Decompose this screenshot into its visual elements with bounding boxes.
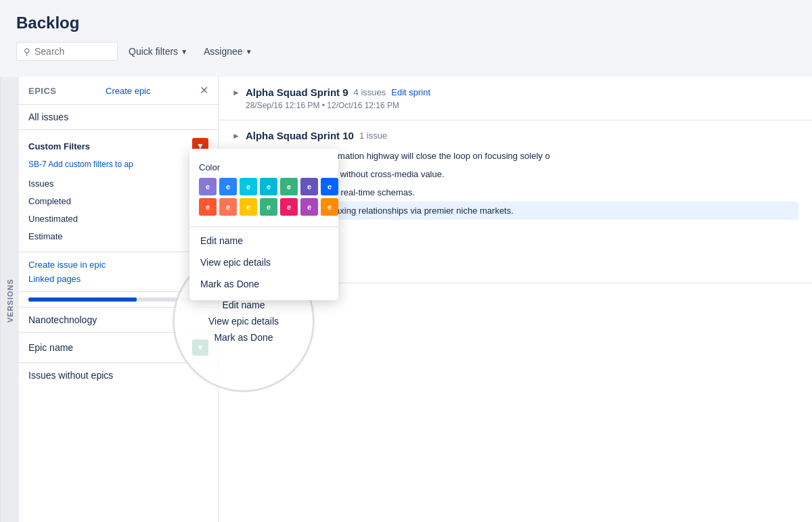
page-wrapper: Backlog ⚲ Quick filters ▼ Assignee ▼ VER… <box>0 0 812 522</box>
sprint-section-9: ► Alpha Squad Sprint 9 4 issues Edit spr… <box>219 77 812 120</box>
filter-stats: Issues 2 Completed 1 Unestimated 0 Estim… <box>28 176 208 243</box>
epic-name-section: Epic name ▼ <box>19 333 218 363</box>
menu-divider-1 <box>189 227 338 227</box>
color-swatch[interactable]: e <box>219 178 237 195</box>
sprint-header-9: ► Alpha Squad Sprint 9 4 issues Edit spr… <box>232 87 798 98</box>
sprint-10-count: 1 issue <box>359 130 387 141</box>
create-epic-link[interactable]: Create epic <box>106 86 150 96</box>
nanotechnology-item[interactable]: Nanotechnology <box>19 308 218 333</box>
sprint-9-edit-link[interactable]: Edit sprint <box>391 87 430 97</box>
assignee-button[interactable]: Assignee ▼ <box>198 43 258 60</box>
search-icon: ⚲ <box>24 47 30 57</box>
quick-filters-label: Quick filters <box>129 46 178 57</box>
search-box[interactable]: ⚲ <box>16 42 118 61</box>
stat-label-issues: Issues <box>28 179 54 189</box>
color-section: Color eeeeeee eeeeeee <box>189 157 338 224</box>
color-swatch[interactable]: e <box>300 198 318 216</box>
stat-label-unestimated: Unestimated <box>28 214 78 224</box>
sprint-10-name: Alpha Squad Sprint 10 <box>246 130 354 141</box>
stat-row-unestimated: Unestimated 0 <box>28 211 208 226</box>
color-swatch[interactable]: e <box>240 198 257 216</box>
sidebar: EPICS Create epic ✕ All issues Custom Fi… <box>19 77 219 522</box>
color-grid-row2: eeeeeee <box>199 198 329 216</box>
custom-filters-section: Custom Filters ▼ SB-7 Add custom filters… <box>19 130 218 252</box>
sprint-header-10: ► Alpha Squad Sprint 10 1 issue <box>232 130 798 141</box>
filter-key[interactable]: SB-7 <box>28 160 47 169</box>
versions-tab[interactable]: VERSIONS <box>0 77 19 522</box>
main-layout: VERSIONS EPICS Create epic ✕ All issues … <box>0 77 812 522</box>
sidebar-links: Create issue in epic Linked pages <box>19 252 218 292</box>
page-title: Backlog <box>16 14 796 32</box>
color-swatch[interactable]: e <box>199 178 217 195</box>
assignee-chevron-icon: ▼ <box>246 48 252 55</box>
epic-name-toggle-button[interactable]: ▼ <box>192 339 208 356</box>
mark-as-done-menu-item[interactable]: Mark as Done <box>189 273 338 295</box>
filter-link-text: Add custom filters to ap <box>48 160 133 169</box>
stat-row-completed: Completed 1 <box>28 193 208 208</box>
color-swatch[interactable]: e <box>240 178 257 195</box>
epics-label: EPICS <box>28 86 57 96</box>
color-swatch[interactable]: e <box>300 178 318 195</box>
color-swatch[interactable]: e <box>260 198 277 216</box>
color-swatch[interactable]: e <box>280 198 298 216</box>
page-header: Backlog ⚲ Quick filters ▼ Assignee ▼ <box>0 0 812 77</box>
color-swatch[interactable]: e <box>219 198 237 216</box>
view-epic-details-menu-item[interactable]: View epic details <box>189 252 338 273</box>
linked-pages-link[interactable]: Linked pages <box>28 272 208 286</box>
color-swatch[interactable]: e <box>260 178 277 195</box>
color-grid-row1: eeeeeee <box>199 178 329 195</box>
close-sidebar-button[interactable]: ✕ <box>200 85 208 96</box>
assignee-label: Assignee <box>204 46 243 57</box>
quick-filters-chevron-icon: ▼ <box>181 48 187 55</box>
color-swatch[interactable]: e <box>321 198 338 216</box>
sprint-10-chevron-icon[interactable]: ► <box>232 131 240 141</box>
custom-filters-header: Custom Filters ▼ <box>28 138 208 154</box>
progress-bar-fill <box>28 298 137 302</box>
context-menu: Color eeeeeee eeeeeee Edit name View epi… <box>189 149 338 300</box>
color-swatch[interactable]: e <box>199 198 217 216</box>
color-swatch[interactable]: e <box>321 178 338 195</box>
progress-bar-bg <box>28 298 208 302</box>
sprint-9-chevron-icon[interactable]: ► <box>232 88 240 97</box>
create-issue-in-epic-link[interactable]: Create issue in epic <box>28 258 208 272</box>
sidebar-top: EPICS Create epic ✕ <box>19 77 218 105</box>
progress-bar-section <box>19 292 218 308</box>
quick-filters-button[interactable]: Quick filters ▼ <box>123 43 193 60</box>
stat-label-estimate: Estimate <box>28 231 63 241</box>
sprint-9-count: 4 issues <box>354 87 386 97</box>
color-swatch[interactable]: e <box>280 178 298 195</box>
epic-name-label: Epic name <box>28 342 73 353</box>
all-issues-link[interactable]: All issues <box>19 105 218 130</box>
color-section-label: Color <box>199 162 329 172</box>
toolbar: ⚲ Quick filters ▼ Assignee ▼ <box>16 42 796 69</box>
sprint-9-dates: 28/Sep/16 12:16 PM • 12/Oct/16 12:16 PM <box>246 101 798 110</box>
stat-row-estimate: Estimate 5 <box>28 229 208 243</box>
custom-filter-link: SB-7 Add custom filters to ap <box>28 160 208 169</box>
stat-label-completed: Completed <box>28 196 71 206</box>
sprint-9-name: Alpha Squad Sprint 9 <box>246 87 348 98</box>
stat-row-issues: Issues 2 <box>28 176 208 191</box>
search-input[interactable] <box>35 46 110 57</box>
issues-without-epics[interactable]: Issues without epics <box>19 363 218 387</box>
edit-name-menu-item[interactable]: Edit name <box>189 230 338 252</box>
custom-filters-title: Custom Filters <box>28 141 90 151</box>
